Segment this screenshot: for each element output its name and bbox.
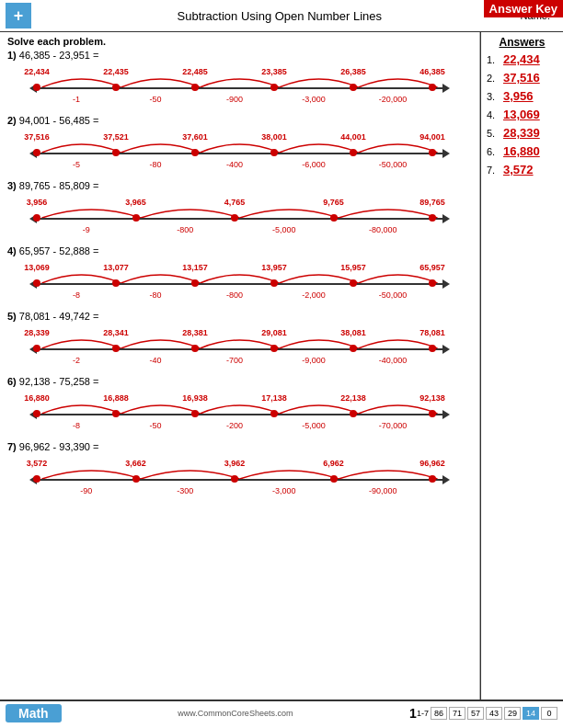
page-title: Subtraction Using Open Number Lines [39,9,521,23]
number-line-value-label: 17,138 [261,393,287,403]
number-line-value-label: 3,662 [125,459,146,468]
answers-title: Answers [487,36,557,49]
number-line-point [112,345,120,352]
page-number: 1 [409,706,417,721]
number-line-value-label: 3,572 [27,459,48,468]
score-box: 29 [504,707,521,720]
answer-number: 6. [487,146,503,157]
number-line-jump-label: -800 [177,225,193,234]
footer-url: www.CommonCoreSheets.com [62,709,409,718]
problem-equation: 4) 65,957 - 52,888 = [7,245,472,256]
number-line-value-label: 37,516 [24,132,50,142]
number-line-jump-label: -50,000 [379,160,408,169]
number-line-jump-label: -2,000 [302,290,326,300]
answer-item: 2.37,516 [487,71,557,85]
number-line-jump-label: -8 [73,421,80,430]
number-line-bar [37,87,442,89]
answer-value: 37,516 [503,71,540,85]
problem-block: 7) 96,962 - 93,390 =3,572-903,662-3003,9… [7,441,472,501]
number-line-point [231,475,238,483]
number-line-jump-label: -5,000 [272,225,296,234]
math-label: Math [6,704,62,722]
problem-block: 5) 78,081 - 49,742 =28,339-228,341-4028,… [7,311,472,370]
number-line-jump-label: -1 [73,95,80,104]
number-line-jump-label: -800 [226,290,243,300]
number-line-jump-label: -80 [149,290,161,300]
number-line-point [132,475,140,483]
number-line-jump-label: -6,000 [302,160,326,169]
score-range: 1-7 [417,709,429,718]
number-line-point [112,410,120,417]
number-line-jump-label: -70,000 [379,421,408,430]
answer-value: 13,069 [503,108,540,121]
number-line-container: 3,956-93,965-8004,765-5,0009,765-80,0008… [9,192,470,240]
number-line-value-label: 13,069 [24,263,50,272]
logo-icon: + [14,7,24,24]
number-line-value-label: 13,957 [261,263,287,272]
number-line-point [270,410,278,417]
number-line-bar [37,414,442,415]
number-line-point [191,410,199,417]
number-line-bar [37,283,442,285]
problem-block: 3) 89,765 - 85,809 =3,956-93,965-8004,76… [7,180,472,240]
number-line-value-label: 44,001 [340,132,366,142]
answers-container: 1.22,4342.37,5163.3,9564.13,0695.28,3396… [487,52,557,176]
answer-number: 3. [487,91,503,102]
answer-key-sidebar: Answers 1.22,4342.37,5163.3,9564.13,0695… [480,32,563,700]
number-line-jump-label: -200 [226,421,243,430]
answer-item: 3.3,956 [487,89,557,103]
problem-equation: 1) 46,385 - 23,951 = [7,50,472,61]
number-line-point [429,214,436,222]
problem-equation: 2) 94,001 - 56,485 = [7,115,472,126]
number-line-point [191,279,199,287]
score-box: 0 [541,707,557,720]
number-line-point [132,214,140,222]
number-line-jump-label: -300 [177,486,193,495]
number-line-jump-label: -20,000 [379,95,408,104]
number-line-value-label: 28,341 [103,328,129,337]
number-line-value-label: 96,962 [419,459,445,468]
number-line-jump-label: -40 [149,356,161,365]
number-line-point [270,345,278,352]
number-line-point [429,149,436,156]
number-line-jump-label: -3,000 [272,486,296,495]
number-line-jump-label: -50 [149,95,161,104]
problem-block: 4) 65,957 - 52,888 =13,069-813,077-8013,… [7,245,472,305]
number-line-point [330,475,338,483]
number-line-value-label: 22,435 [103,67,129,76]
number-line-value-label: 15,957 [340,263,366,272]
number-line-value-label: 89,765 [419,198,445,207]
number-line-value-label: 16,880 [24,393,50,403]
number-line-jump-label: -80,000 [369,225,397,234]
answer-key-label: Answer Key [484,0,563,17]
number-line-jump-label: -5,000 [302,421,326,430]
number-line-container: 13,069-813,077-8013,157-80013,957-2,0001… [9,257,470,305]
score-box: 57 [467,707,484,720]
problems-container: 1) 46,385 - 23,951 =22,434-122,435-5022,… [7,50,472,501]
number-line-point [231,214,238,222]
number-line-value-label: 38,081 [340,328,366,337]
number-line-value-label: 37,521 [103,132,129,142]
number-line-point [112,279,120,287]
number-line-bar [37,348,442,350]
header: + Subtraction Using Open Number Lines Na… [0,0,563,32]
number-line-point [429,84,436,91]
answer-value: 3,956 [503,89,534,103]
footer: Math www.CommonCoreSheets.com 1 1-7 8671… [0,700,563,725]
answer-item: 7.3,572 [487,163,557,176]
number-line-point [33,279,40,287]
number-line-jump-label: -9,000 [302,356,326,365]
number-line-container: 3,572-903,662-3003,962-3,0006,962-90,000… [9,453,470,501]
number-line-point [350,149,357,156]
number-line-point [330,214,338,222]
number-line-value-label: 3,956 [27,198,48,207]
number-line-point [429,475,436,483]
problem-block: 1) 46,385 - 23,951 =22,434-122,435-5022,… [7,50,472,109]
number-line-point [33,84,40,91]
number-line-point [429,410,436,417]
number-line-jump-label: -400 [226,160,243,169]
number-line-jump-label: -50 [149,421,161,430]
number-line-jump-label: -90 [80,486,92,495]
footer-scores: 1-7 8671574329140 [417,707,557,720]
number-line-value-label: 92,138 [419,393,445,403]
